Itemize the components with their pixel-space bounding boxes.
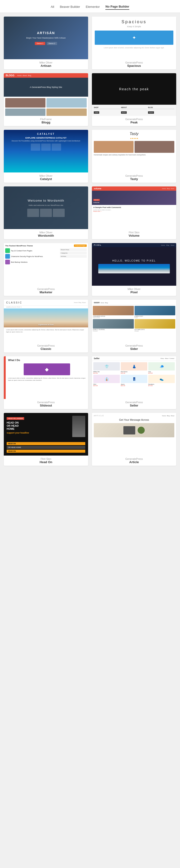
volume-hero-title: volume [93,202,99,204]
article-nav2: Blog [167,415,170,416]
theme-card-sider[interactable]: SIDER Home Blog CINNAMON SPICE Food & Dr… [92,300,176,352]
tasty-stars: ★★★★★ [94,137,174,140]
artisan-author: Mike Oliver [6,61,86,64]
theme-card-peak[interactable]: Reach the peak SHOP VIEW ABOUT READ [92,73,176,126]
classic-nav3: About [82,302,86,303]
theme-card-artisan[interactable]: ARTISÁN Begin Your Next Masterpiece With… [4,17,88,69]
marketer-name: Marketer [6,290,86,294]
marketer-author: GeneratePress [6,288,86,290]
pixel-logo: PIXEL [94,244,101,246]
headon-badge: HEAD ON LANDER [7,417,24,420]
sider-item4: AUTUMN DAYS Lifestyle [134,319,176,332]
marketer-icon2 [5,254,10,259]
headon-name: Head On [6,460,86,464]
seller-product5: 👖 Jeans $59.99 [121,375,147,386]
volume-tag: MUSIC [93,199,100,201]
sider-author: GeneratePress [94,344,174,347]
theme-card-tasty[interactable]: Tasty ★★★★★ Homemade recipes and culinar… [92,130,176,183]
marketer-icon1 [5,248,10,253]
volume-logo: volume [94,187,101,190]
peak-title: Reach the peak [119,87,149,91]
volume-red: Read more → [93,211,175,212]
marketer-side2: Categories [60,252,87,254]
volume-author: Flint Skin [94,231,174,234]
volume-post-title: A Sample Post with Comments [93,206,175,209]
pixel-nav2: Blog [166,245,169,246]
artisan-btn2: Demo 2 [47,42,57,45]
filter-tab-beaver[interactable]: Beaver Builder [60,4,80,9]
theme-card-wordsmith[interactable]: Welcome to Wordsmith Hello and welcome t… [4,186,88,239]
sider-nav1: Home [100,302,104,304]
blogg-card3 [5,108,46,116]
volume-nav3: About [171,188,174,189]
peak-col2: ABOUT [121,106,147,108]
pixel-author: Mike Oliver [94,288,174,290]
blogg-nav3: Blog [28,74,31,76]
classic-hero-title: Lighthouse at Dusk [38,324,54,326]
wordsmith-img3 [53,209,65,217]
headon-person-img [72,416,85,437]
filter-tab-all[interactable]: All [51,4,54,9]
theme-card-blogg[interactable]: BLOGG Home About Blog A GeneratePress Bl… [4,73,88,126]
slideout-text: Lorem ipsum dolor sit amet, consectetur … [8,377,86,381]
tasty-author: GeneratePress [94,174,174,177]
blogg-name: Blogg [6,121,86,124]
marketer-side1: Recent Posts [60,248,87,251]
catalyst-card2 [41,144,51,151]
peak-btn2: READ [121,111,127,114]
theme-card-catalyst[interactable]: CATALYST EXPLORE GENERATEPRESS CATALYST … [4,130,88,183]
blogg-card4 [47,108,87,116]
theme-card-volume[interactable]: volume Home Blog About MUSIC volume A Sa… [92,186,176,239]
seller-product1: 👕 White Tee $24.99 [93,362,120,374]
theme-card-article[interactable]: ARTICLE Home Blog About Get Your Message… [92,413,176,466]
catalyst-card3 [52,144,61,151]
classic-post-label: SAMPLE BLOG POST # [4,306,88,308]
theme-card-slideout[interactable]: What I Do ◆ Lorem ipsum dolor sit amet, … [4,356,88,409]
artisan-btn1: Demo 1 [35,42,45,45]
filter-bar: All Beaver Builder Elementor No Page Bui… [0,0,180,13]
peak-col1: SHOP [94,106,120,108]
article-laptop-img [123,426,135,434]
headon-btn2: OR HEAD HOME [7,446,85,449]
marketer-text3: Best Backup Solutions [11,261,28,263]
wordsmith-img1 [27,209,39,217]
seller-name: Seller [94,404,174,407]
blogg-title: A GeneratePress Blog Styling Site [30,86,62,88]
theme-card-headon[interactable]: HEAD ON LANDER HEAD ONOR HEADHOME suppor… [4,413,88,466]
theme-card-pixel[interactable]: PIXEL Home Blog About HELLO, WELCOME TO … [92,243,176,296]
theme-card-seller[interactable]: Seller Shop About Contact 👕 White Tee $2… [92,356,176,409]
filter-tab-elementor[interactable]: Elementor [86,4,100,9]
seller-nav3: Contact [169,358,174,359]
tasty-title: Tasty [94,132,174,136]
pixel-name: Pixel [94,290,174,294]
filter-tab-no-page-builder[interactable]: No Page Builder [106,4,129,10]
slideout-diamond-icon: ◆ [45,367,49,372]
seller-product2: 👗 Red Dress $49.99 [121,362,147,374]
sider-item3: PUBLIC JOURNAL Personal [93,319,134,332]
theme-card-spacious[interactable]: Spacious Keep It Simple ✦ Lorem ipsum do… [92,17,176,69]
spacious-name: Spacious [94,64,174,67]
article-nav1: Home [162,415,166,416]
sider-item1: CINNAMON SPICE Food & Drink [93,306,134,318]
sider-name: Sider [94,347,174,351]
slideout-icon-box: ◆ [24,363,70,375]
article-plant-img [138,427,145,434]
peak-author: GeneratePress [94,118,174,121]
peak-btn1: VIEW [94,111,99,114]
tasty-img2 [134,141,174,153]
slideout-author: GeneratePress [6,401,86,404]
wordsmith-name: Wordsmith [6,234,86,237]
spacious-sub: Keep It Simple [127,25,141,28]
catalyst-card1 [31,144,40,151]
theme-card-marketer[interactable]: The Fastest WordPress Theme Featured Plu… [4,243,88,296]
marketer-text1: Top 10 Contact Form Plugins [11,250,32,252]
seller-product3: 🧢 Cap $19.99 [148,362,175,374]
tasty-name: Tasty [94,177,174,181]
blogg-author: FlixFrame [6,118,86,121]
slideout-title: What I Do [8,359,86,362]
article-name: Article [94,460,174,464]
theme-card-classic[interactable]: CLASSIC Home Blog About SAMPLE BLOG POST… [4,300,88,352]
seller-product6: 👟 Sneakers $79.99 [148,375,175,386]
slideout-sidebar [4,356,6,399]
article-hero-img [94,423,174,437]
